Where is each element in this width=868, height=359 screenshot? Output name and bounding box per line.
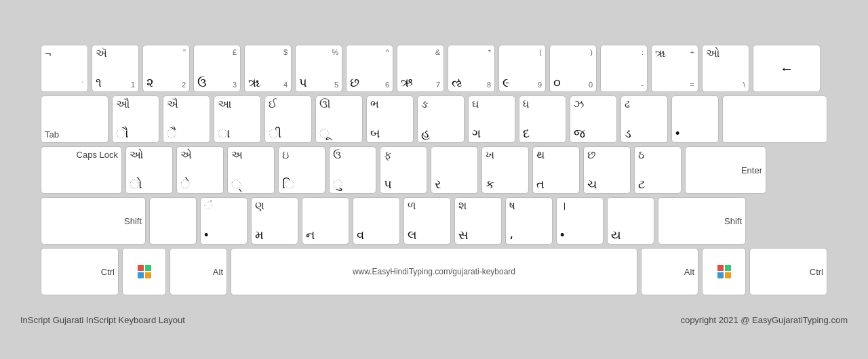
key-z[interactable] xyxy=(149,197,197,245)
key-enter-top xyxy=(722,96,827,143)
row-number: ¬ ` ઍ ૧1 " ૨2 £ ઉ3 $ ૠ4 % પ5 ^ છ6 & ઋ7 xyxy=(41,45,827,92)
key-p[interactable]: ઝ જ xyxy=(570,96,617,143)
keyboard-container: ¬ ` ઍ ૧1 " ૨2 £ ઉ3 $ ૠ4 % પ5 ^ છ6 & ઋ7 xyxy=(20,31,848,312)
key-f[interactable]: ઇ િ xyxy=(278,146,326,194)
key-7[interactable]: & ઋ7 xyxy=(397,45,444,92)
key-9[interactable]: ( ૯9 xyxy=(498,45,546,92)
key-t[interactable]: ઊ ૂ xyxy=(315,96,363,143)
key-a[interactable]: ઓ ો xyxy=(125,146,173,194)
key-s[interactable]: એ ે xyxy=(176,146,224,194)
key-1[interactable]: ઍ ૧1 xyxy=(92,45,139,92)
key-backtick[interactable]: ¬ ` xyxy=(41,45,88,92)
key-comma[interactable]: ષ ، xyxy=(505,197,553,245)
row-bottom: Ctrl Alt www.EasyHindiTyping.com/gujarat… xyxy=(41,248,827,295)
key-quote[interactable]: ઠ ટ xyxy=(634,146,682,194)
key-5[interactable]: % પ5 xyxy=(295,45,342,92)
key-w[interactable]: ઐ ૈ xyxy=(163,96,210,143)
key-period[interactable]: । • xyxy=(556,197,604,245)
keyboard-title: InScript Gujarati InScript Keyboard Layo… xyxy=(20,315,185,325)
key-2[interactable]: " ૨2 xyxy=(142,45,190,92)
key-win-right[interactable] xyxy=(702,248,746,295)
key-g[interactable]: ઉ ુ xyxy=(329,146,376,194)
key-c[interactable]: ણ મ xyxy=(251,197,298,245)
win-icon-left xyxy=(138,265,151,278)
key-shift-right[interactable]: Shift xyxy=(658,197,746,245)
footer: InScript Gujarati InScript Keyboard Layo… xyxy=(20,312,848,328)
win-icon-right xyxy=(717,265,731,278)
key-u[interactable]: ઙ હ xyxy=(417,96,465,143)
row-tab: Tab ઔ ૌ ઐ ૈ આ ા ઈ ી ઊ ૂ ભ બ ઙ હ xyxy=(41,96,827,143)
key-slash[interactable]: ય xyxy=(607,197,654,245)
key-x[interactable]: ં • xyxy=(200,197,248,245)
key-m[interactable]: શ સ xyxy=(454,197,502,245)
key-j[interactable]: ર xyxy=(431,146,478,194)
key-r[interactable]: ઈ ી xyxy=(264,96,312,143)
key-equals[interactable]: ૠ+ = xyxy=(651,45,698,92)
key-lbracket[interactable]: ઢ ડ xyxy=(620,96,668,143)
key-semicolon[interactable]: છ ચ xyxy=(583,146,631,194)
key-tab[interactable]: Tab xyxy=(41,96,108,143)
key-v[interactable]: ન xyxy=(302,197,349,245)
key-3[interactable]: £ ઉ3 xyxy=(193,45,241,92)
key-8[interactable]: * ઌ8 xyxy=(448,45,495,92)
key-alt-left[interactable]: Alt xyxy=(170,248,227,295)
key-n[interactable]: ળ લ xyxy=(403,197,451,245)
key-ctrl-right[interactable]: Ctrl xyxy=(749,248,827,295)
key-y[interactable]: ભ બ xyxy=(366,96,414,143)
key-ctrl-left[interactable]: Ctrl xyxy=(41,248,119,295)
key-i[interactable]: ઘ ગ xyxy=(468,96,515,143)
key-b[interactable]: વ xyxy=(353,197,400,245)
key-6[interactable]: ^ છ6 xyxy=(346,45,393,92)
key-q[interactable]: ઔ ૌ xyxy=(112,96,159,143)
key-l[interactable]: થ ત xyxy=(532,146,580,194)
key-o[interactable]: ધ દ xyxy=(519,96,566,143)
row-shift: Shift ં • ણ મ ન વ ળ લ શ સ xyxy=(41,197,827,245)
key-d[interactable]: અ ્ xyxy=(227,146,275,194)
key-0[interactable]: ) ૦0 xyxy=(549,45,597,92)
key-alt-right[interactable]: Alt xyxy=(641,248,698,295)
row-capslock: Caps Lock ઓ ો એ ે અ ્ ઇ િ ઉ ુ ફ પ ર xyxy=(41,146,827,194)
key-backspace[interactable]: ← xyxy=(753,45,821,92)
key-capslock[interactable]: Caps Lock xyxy=(41,146,122,194)
copyright: copyright 2021 @ EasyGujaratiTyping.com xyxy=(680,315,848,325)
key-enter[interactable]: Enter xyxy=(685,146,766,194)
key-win-left[interactable] xyxy=(122,248,166,295)
space-label: www.EasyHindiTyping.com/gujarati-keyboar… xyxy=(353,267,515,276)
key-h[interactable]: ફ પ xyxy=(380,146,427,194)
key-4[interactable]: $ ૠ4 xyxy=(244,45,292,92)
key-minus[interactable]: : - xyxy=(600,45,648,92)
key-rbracket[interactable]: • xyxy=(671,96,719,143)
key-backslash-top[interactable]: ઓ \ xyxy=(702,45,749,92)
key-space[interactable]: www.EasyHindiTyping.com/gujarati-keyboar… xyxy=(231,248,637,295)
key-e[interactable]: આ ા xyxy=(214,96,261,143)
key-k[interactable]: ખ ક xyxy=(481,146,529,194)
key-shift-left[interactable]: Shift xyxy=(41,197,146,245)
